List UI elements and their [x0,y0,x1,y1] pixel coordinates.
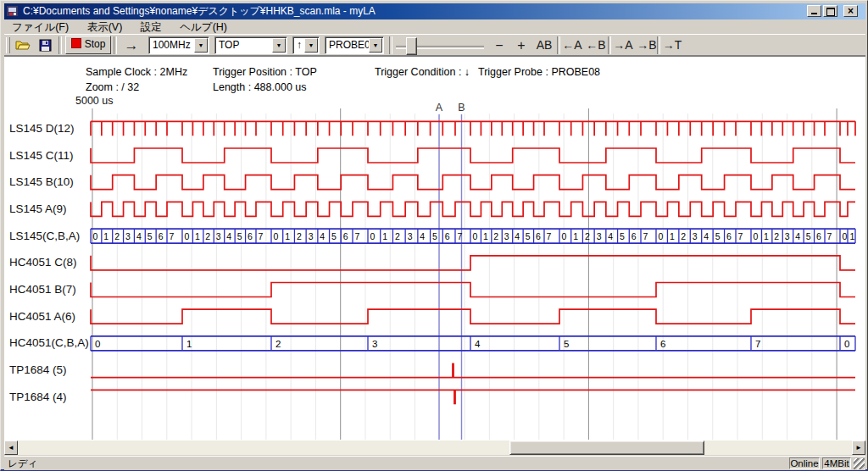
trigger-probe-combo[interactable]: PROBE00 ▼ [325,36,384,54]
chevron-down-icon[interactable]: ▼ [194,38,208,53]
scroll-left-button[interactable]: ◄ [4,441,18,455]
ls-bus-value: 4 [320,231,325,241]
ls-bus-value: 3 [504,231,509,241]
ls-bus-value: 7 [827,231,832,241]
status-ready-text: レディ [8,457,37,470]
horizontal-scrollbar[interactable]: ◄ ► [4,441,865,455]
scrollbar-thumb[interactable] [509,441,704,455]
ls-bus-value: 2 [114,231,120,241]
set-cursor-a-button[interactable]: →A [611,36,635,54]
zoom-in-button[interactable]: + [511,36,531,54]
waveform-canvas[interactable]: AB01234567012345670123456701234567012345… [1,101,862,441]
signal-hc-bit1 [91,283,855,297]
ls-bus-value: 2 [774,231,779,241]
scroll-right-button[interactable]: ► [852,441,865,455]
menubar: ファイル(F) 表示(V) 設定 ヘルプ(H) [4,20,865,33]
chevron-down-icon[interactable]: ▼ [304,38,318,53]
resize-grip[interactable] [854,458,865,469]
menu-help[interactable]: ヘルプ(H) [172,20,235,34]
ls-bus-value: 2 [585,231,590,241]
goto-cursor-a-button[interactable]: ←A [560,36,584,54]
ls-bus-value: 3 [693,231,698,241]
app-icon[interactable] [7,5,19,17]
app-window: C:¥Documents and Settings¥noname¥デスクトップ¥… [0,0,868,471]
ls-bus-value: 2 [395,231,400,241]
signal-ls-bit0 [91,202,855,216]
hc-bus-value: 4 [475,339,481,349]
toolbar-grip [6,37,10,53]
ls-bus-value: 0 [843,231,848,241]
toolbar-separator [389,36,392,54]
save-floppy-icon [39,39,52,52]
ls-bus-value: 5 [526,231,531,241]
ls-bus-value: 5 [147,231,153,241]
ls-bus-value: 2 [297,231,302,241]
cursor-label-a: A [436,102,443,114]
menu-settings[interactable]: 設定 [133,20,170,34]
close-button[interactable]: × [843,5,858,17]
ls-bus-value: 5 [432,231,437,241]
scroll-left-icon: ◄ [8,444,14,452]
goto-cursor-b-button[interactable]: ←B [584,36,608,54]
run-single-button[interactable]: → [119,36,144,54]
info-sample-clock: Sample Clock : 2MHz [86,66,187,78]
ls-bus-value: 1 [764,231,769,241]
set-cursor-b-button[interactable]: →B [635,36,659,54]
ls-bus-value: 7 [547,231,552,241]
trigger-edge-combo[interactable]: ↑ ▼ [292,36,320,54]
stop-button[interactable]: Stop [65,36,111,54]
menu-file[interactable]: ファイル(F) [4,20,76,34]
ls-bus-value: 1 [382,231,387,241]
sample-clock-combo[interactable]: 100MHz ▼ [148,36,209,54]
chevron-down-icon[interactable]: ▼ [272,38,286,53]
hc-bus-value: 7 [755,339,760,349]
save-button[interactable] [35,36,55,54]
ls-bus-value: 0 [274,231,279,241]
ls-bus-value: 1 [573,231,578,241]
open-file-button[interactable] [13,36,33,54]
ls-bus-value: 0 [473,231,478,241]
hc-bus-value: 3 [372,339,377,349]
ls-bus-value: 0 [185,231,190,241]
ls-bus-value: 7 [738,231,743,241]
ls-bus-value: 0 [562,231,567,241]
zoom-out-button[interactable]: − [489,36,509,54]
statusbar: レディ Online 4MBit [4,456,865,470]
status-memory-badge: 4MBit [822,457,851,469]
ls-bus-value: 6 [536,231,541,241]
chevron-down-icon[interactable]: ▼ [369,38,382,53]
ls-bus-value: 3 [309,231,314,241]
ls-bus-value: 5 [331,231,337,241]
zoom-ab-button[interactable]: AB [532,36,556,54]
ls-bus-value: 3 [408,231,413,241]
ls-bus-value: 5 [620,231,625,241]
zoom-slider-thumb[interactable] [406,37,417,55]
ls-bus-value: 6 [248,231,253,241]
ls-bus-value: 4 [515,231,520,241]
info-length: Length : 488.000 us [213,81,307,93]
toolbar-separator [58,36,62,54]
ls-bus-value: 1 [103,231,108,241]
ls-bus-value: 1 [285,231,290,241]
stop-icon [71,38,81,48]
ls-bus-value: 0 [93,231,98,241]
ls-bus-value: 6 [632,231,637,241]
toolbar-separator [114,36,117,54]
ls-bus-value: 3 [785,231,790,241]
hc-bus-value: 5 [564,339,569,349]
maximize-button[interactable] [823,5,837,17]
ls-bus-value: 1 [670,231,675,241]
ls-bus-value: 6 [343,231,348,241]
titlebar: C:¥Documents and Settings¥noname¥デスクトップ¥… [4,3,865,19]
ls-bus-value: 2 [681,231,686,241]
trigger-position-combo[interactable]: TOP ▼ [214,36,287,54]
ls-bus-value: 1 [195,231,200,241]
ls-bus-value: 6 [816,231,821,241]
hc-bus-value: 0 [95,339,100,349]
goto-trigger-button[interactable]: →T [660,36,684,54]
minimize-button[interactable] [807,5,821,17]
menu-view[interactable]: 表示(V) [80,20,131,34]
ls-bus-value: 4 [608,231,613,241]
ls-bus-value: 7 [259,231,264,241]
ls-bus-value: 2 [493,231,498,241]
